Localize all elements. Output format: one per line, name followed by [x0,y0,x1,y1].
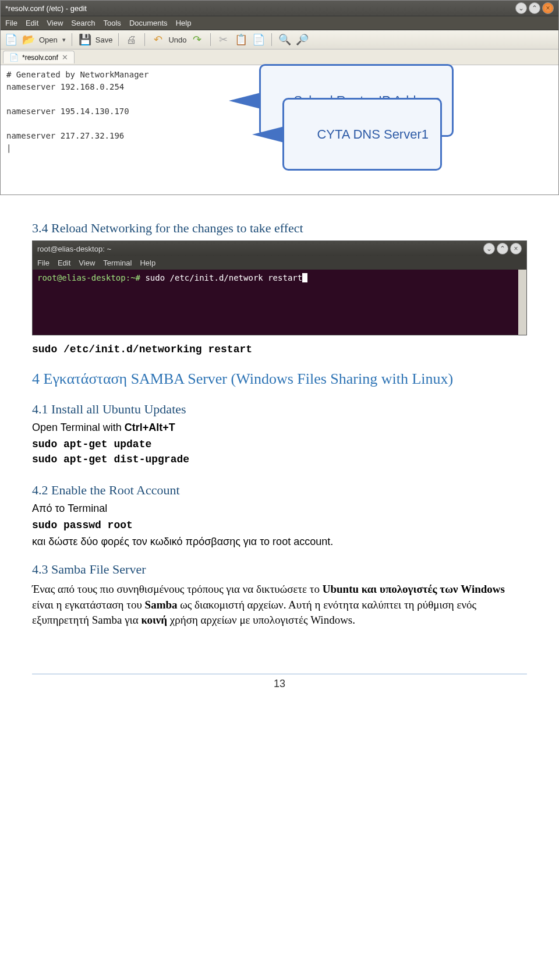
callout-dns-text: CYTA DNS Server1 [317,127,429,141]
redo-icon[interactable]: ↷ [190,33,204,47]
terminal-menubar: File Edit View Terminal Help [33,256,526,270]
command-apt-upgrade: sudo apt-get dist-upgrade [32,454,527,465]
gedit-editor[interactable]: # Generated by NetworkManager nameserver… [1,65,558,194]
minimize-icon[interactable]: ⌄ [483,243,495,254]
callout-dns: CYTA DNS Server1 [282,98,442,171]
page-number: 13 [274,678,285,689]
page-footer: 13 [32,674,527,690]
term-menu-terminal[interactable]: Terminal [103,259,132,267]
text-from-terminal: Από το Terminal [32,503,527,515]
minimize-icon[interactable]: ⌄ [515,2,527,14]
terminal-title: root@elias-desktop: ~ [37,245,111,253]
gedit-title: *resolv.conf (/etc) - gedit [5,4,87,13]
terminal-window: root@elias-desktop: ~ ⌄ ⌃ × File Edit Vi… [32,240,527,335]
separator [72,33,72,46]
heading-3-4: 3.4 Reload Networking for the changes to… [32,221,527,236]
chevron-down-icon[interactable]: ▾ [62,36,66,44]
menu-documents[interactable]: Documents [129,19,168,27]
terminal-prompt: root@elias-desktop:~# [37,273,140,282]
menu-tools[interactable]: Tools [104,19,121,27]
menu-edit[interactable]: Edit [26,19,38,27]
terminal-titlebar[interactable]: root@elias-desktop: ~ ⌄ ⌃ × [33,241,526,256]
menu-file[interactable]: File [5,19,17,27]
paste-icon[interactable]: 📄 [252,33,266,47]
separator [118,33,119,46]
term-menu-view[interactable]: View [79,259,95,267]
heading-4-3: 4.3 Samba File Server [32,562,527,577]
terminal-content[interactable]: root@elias-desktop:~# sudo /etc/init.d/n… [33,270,526,335]
term-menu-help[interactable]: Help [140,259,155,267]
gedit-menubar: File Edit View Search Tools Documents He… [1,16,558,30]
heading-4-1: 4.1 Install all Ubuntu Updates [32,402,527,417]
document-icon: 📄 [9,53,19,62]
search-icon[interactable]: 🔍 [278,33,292,47]
terminal-command: sudo /etc/init.d/network restart [140,273,302,282]
close-icon[interactable]: × [542,2,554,14]
gedit-window: *resolv.conf (/etc) - gedit ⌄ ⌃ × File E… [0,0,559,195]
save-icon[interactable]: 💾 [78,33,92,47]
tab-close-icon[interactable]: ✕ [62,53,68,62]
tab-label: *resolv.conf [22,54,58,62]
undo-icon[interactable]: ↶ [151,33,165,47]
search-replace-icon[interactable]: 🔎 [295,33,309,47]
file-content: # Generated by NetworkManager nameserver… [6,70,148,153]
copy-icon[interactable]: 📋 [234,33,248,47]
save-button[interactable]: Save [95,36,113,44]
term-menu-file[interactable]: File [37,259,49,267]
cut-icon[interactable]: ✂ [217,33,231,47]
print-icon[interactable]: 🖨 [125,33,139,47]
heading-4: 4 Εγκατάσταση SAMBA Server (Windows File… [32,370,527,388]
close-icon[interactable]: × [510,243,522,254]
separator [210,33,211,46]
cursor-icon [302,273,307,282]
maximize-icon[interactable]: ⌃ [497,243,508,254]
gedit-titlebar[interactable]: *resolv.conf (/etc) - gedit ⌄ ⌃ × [1,1,558,16]
document-body: 3.4 Reload Networking for the changes to… [0,201,559,645]
window-controls: ⌄ ⌃ × [515,2,554,14]
gedit-tabbar: 📄 *resolv.conf ✕ [1,49,558,65]
terminal-window-controls: ⌄ ⌃ × [483,243,522,254]
open-button[interactable]: Open [39,36,58,44]
text-open-terminal: Open Terminal with Ctrl+Alt+T [32,422,527,434]
undo-button[interactable]: Undo [168,36,186,44]
tab-resolv-conf[interactable]: 📄 *resolv.conf ✕ [3,51,75,63]
text-samba-intro: Ένας από τους πιο συνηθισμένους τρόπους … [32,582,527,628]
command-passwd: sudo passwd root [32,519,527,531]
new-file-icon[interactable]: 📄 [4,33,18,47]
menu-view[interactable]: View [47,19,63,27]
term-menu-edit[interactable]: Edit [58,259,70,267]
menu-search[interactable]: Search [71,19,95,27]
separator [144,33,145,46]
heading-4-2: 4.2 Enable the Root Account [32,483,527,498]
maximize-icon[interactable]: ⌃ [529,2,540,14]
open-icon[interactable]: 📂 [22,33,36,47]
text-enter-password: και δώστε δύο φορές τον κωδικό πρόσβασης… [32,536,527,548]
command-apt-update: sudo apt-get update [32,438,527,450]
command-restart: sudo /etc/init.d/networking restart [32,344,527,355]
separator [271,33,272,46]
gedit-toolbar: 📄 📂 Open ▾ 💾 Save 🖨 ↶ Undo ↷ ✂ 📋 📄 🔍 🔎 [1,30,558,49]
menu-help[interactable]: Help [176,19,192,27]
